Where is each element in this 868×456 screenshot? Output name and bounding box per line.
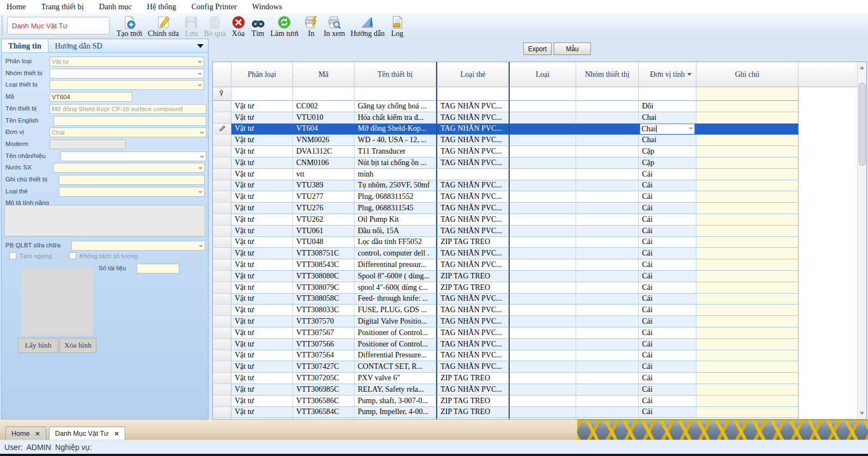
cell[interactable] xyxy=(576,146,639,157)
bottom-tab-2[interactable]: Danh Mục Vật Tư✕ xyxy=(49,427,125,440)
cell[interactable]: VTU262 xyxy=(293,214,354,226)
table-row[interactable]: Vật tưVTU262Oil Pump KitTAG NHÃN PVC...C… xyxy=(213,214,798,226)
grid-header-7[interactable]: Đơn vị tính xyxy=(639,62,696,87)
menu-item-3[interactable]: Danh mục xyxy=(99,2,132,11)
cell[interactable]: Cái xyxy=(639,294,696,305)
cell[interactable]: vtt xyxy=(293,169,354,180)
table-row[interactable]: Vật tưVTT308080CSpool 8"-600# ( dùng...Z… xyxy=(213,271,798,282)
cell[interactable]: TAG NHÃN PVC... xyxy=(436,214,510,226)
cell[interactable]: Cái xyxy=(639,237,696,248)
cell[interactable]: TAG NHÃN PVC... xyxy=(436,157,510,169)
panel-tab-2[interactable]: Hướng dẫn SD xyxy=(48,39,109,52)
cell[interactable]: Vật tư xyxy=(231,418,293,419)
cell[interactable] xyxy=(696,350,798,362)
filter-cell-8[interactable] xyxy=(696,87,798,101)
grid-vertical-scrollbar[interactable] xyxy=(857,62,866,419)
cell[interactable]: VTT306586C xyxy=(293,396,354,407)
cell[interactable]: VTT307427C xyxy=(293,361,354,373)
cell[interactable] xyxy=(576,101,639,112)
cell[interactable]: Nút bịt tai chống ồn ... xyxy=(354,157,436,169)
cell[interactable] xyxy=(576,407,639,418)
field-don-vi[interactable]: Chai xyxy=(50,127,206,137)
cell[interactable]: Vật tư xyxy=(231,350,293,362)
collapse-panel-caret-icon[interactable] xyxy=(197,44,204,48)
cell[interactable]: TAG NHÃN PVC... xyxy=(436,146,510,157)
cell[interactable]: T11 Transducer xyxy=(354,146,436,157)
dropdown-arrow-icon[interactable] xyxy=(198,191,203,193)
cell[interactable] xyxy=(576,191,639,203)
cell[interactable] xyxy=(510,259,576,271)
checkbox-1[interactable]: Tạm ngưng xyxy=(9,252,52,259)
cell[interactable] xyxy=(696,226,798,237)
cell[interactable]: Vật tư xyxy=(231,203,293,214)
table-row[interactable]: Vật tưVTT307205CPXV valve 6"ZIP TAG TREO… xyxy=(213,373,798,384)
toolbar-grip[interactable] xyxy=(2,16,5,35)
cell[interactable]: ZIP TAG TREO xyxy=(436,282,510,294)
cell[interactable] xyxy=(576,418,639,419)
cell[interactable]: Cái xyxy=(639,373,696,384)
cell[interactable]: VTU277 xyxy=(293,191,354,203)
grid-header-1[interactable]: Phân loại xyxy=(231,62,293,87)
cell[interactable]: Chai xyxy=(639,124,696,135)
cell[interactable] xyxy=(696,271,798,282)
cell[interactable]: Differentinal pressur... xyxy=(354,259,436,271)
cell[interactable]: Cái xyxy=(639,169,696,180)
row-indicator[interactable] xyxy=(213,305,231,316)
table-row[interactable]: Vật tưVTT306586CPump, shaft, 3-007-0...Z… xyxy=(213,396,798,407)
row-indicator[interactable] xyxy=(213,124,231,135)
row-indicator[interactable] xyxy=(213,180,231,192)
cell[interactable]: RELAY, Safety rela... xyxy=(354,384,436,396)
cell[interactable] xyxy=(576,294,639,305)
cell[interactable]: TAG NHÃN PVC... xyxy=(436,327,510,339)
cell[interactable]: Positioner of Control... xyxy=(354,339,436,350)
cell[interactable] xyxy=(510,101,576,112)
cell[interactable]: Vật tư xyxy=(231,259,293,271)
menu-item-1[interactable]: Home xyxy=(7,2,26,11)
cell[interactable]: Vật tư xyxy=(231,407,293,418)
cell[interactable]: Plug, 0688311545 xyxy=(354,203,436,214)
scroll-up-arrow-icon[interactable] xyxy=(860,66,864,69)
field-so-tai-lieu[interactable] xyxy=(137,264,179,273)
cell[interactable]: Vật tư xyxy=(231,271,293,282)
cell[interactable]: Hóa chất kiểm tra đ... xyxy=(354,112,436,124)
menu-item-2[interactable]: Trang thiết bị xyxy=(41,2,83,11)
table-row[interactable]: Vật tưVTT306584CPump, Impeller, 4-00...Z… xyxy=(213,407,798,418)
cell[interactable]: Vật tư xyxy=(231,214,293,226)
cell[interactable]: Vật tư xyxy=(231,112,293,124)
cell[interactable]: TAG NHÃN PVC... xyxy=(436,101,510,112)
cell[interactable] xyxy=(696,203,798,214)
cell[interactable] xyxy=(510,191,576,203)
cell[interactable] xyxy=(696,112,798,124)
cell[interactable]: Differential Pressure... xyxy=(354,350,436,362)
field-ghi-chu-thiet-bi[interactable] xyxy=(59,175,205,185)
cell[interactable] xyxy=(696,248,798,259)
cell[interactable]: Vật tư xyxy=(231,396,293,407)
cell[interactable]: VTT307566 xyxy=(293,339,354,350)
dropdown-arrow-icon[interactable] xyxy=(198,61,202,63)
cell[interactable]: Đôi xyxy=(639,101,696,112)
cell[interactable]: Mỡ đồng Sheld-Kop... xyxy=(354,124,436,135)
cell[interactable] xyxy=(696,237,798,248)
cell[interactable]: Chai xyxy=(639,112,696,124)
cell[interactable]: TAG NHÃN PVC... xyxy=(436,112,510,124)
row-indicator[interactable] xyxy=(213,226,231,237)
cell[interactable]: ZIP TAG TREO xyxy=(436,373,510,384)
cell[interactable]: VTT308058C xyxy=(293,294,354,305)
dropdown-arrow-icon[interactable] xyxy=(199,245,203,247)
cell[interactable] xyxy=(510,135,576,146)
cell[interactable] xyxy=(696,396,798,407)
table-row[interactable]: Vật tưVTT307570Digital Valve Positio...T… xyxy=(213,316,798,327)
cell[interactable]: VTU010 xyxy=(293,112,354,124)
cell[interactable]: Cái xyxy=(639,271,696,282)
cell[interactable] xyxy=(696,373,798,384)
cell[interactable]: ZIP TAG TREO xyxy=(436,396,510,407)
cell[interactable]: Vật tư xyxy=(231,157,293,169)
toolbar-button-2[interactable]: Chỉnh sửa xyxy=(145,13,181,38)
table-row[interactable]: Vật tưVTU276Plug, 0688311545TAG NHÃN PVC… xyxy=(213,203,798,214)
cell[interactable]: Cái xyxy=(639,203,696,214)
row-indicator[interactable] xyxy=(213,248,231,259)
cell[interactable]: Pump, Impeller, 4-00... xyxy=(354,407,436,418)
cell[interactable]: VTT306584C xyxy=(293,407,354,418)
cell[interactable] xyxy=(696,361,798,373)
cell[interactable]: Vật tư xyxy=(231,305,293,316)
